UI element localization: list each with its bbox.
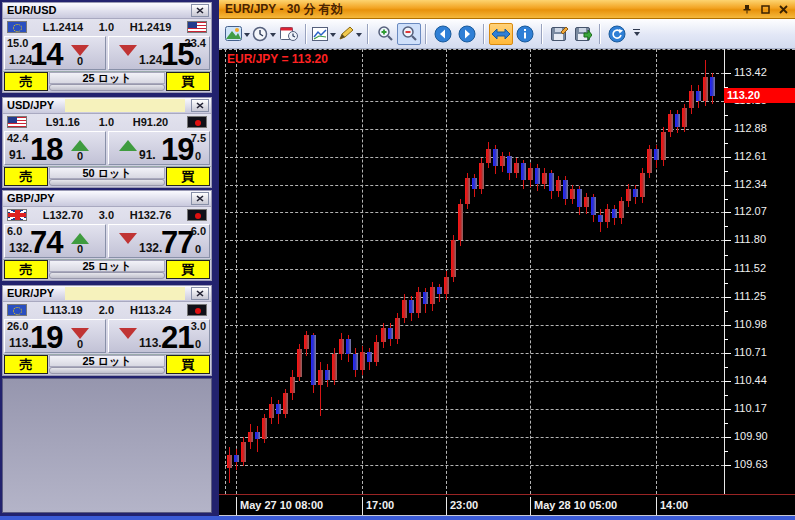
price-minor-tick [724,311,728,312]
chart-titlebar[interactable]: EUR/JPY - 30 分 有効 [219,0,795,19]
low-label: L1.2414 [43,21,83,33]
ask-big-digits: 21 [161,322,193,353]
bid-price-panel[interactable]: 6.0 132. 74 0 [4,224,106,258]
info-icon[interactable] [513,23,537,45]
candle [577,189,582,208]
ask-sub: 0 [195,243,201,255]
candle [395,318,400,339]
bid-change: 42.4 [7,132,28,144]
buy-button[interactable]: 買 [166,167,210,186]
empty-dock-area [2,378,212,513]
candle [367,352,372,362]
ask-price-panel[interactable]: 132. 77 6.0 0 [108,224,210,258]
time-gridline [236,49,237,494]
lot-size-field[interactable]: 25 ロット [49,355,165,367]
buy-button[interactable]: 買 [166,72,210,91]
candle [437,287,442,294]
lot-slider[interactable] [49,272,165,279]
timeframe-clock-icon[interactable] [251,23,277,45]
price-tick-label: 111.52 [734,262,766,274]
price-gridline [225,240,724,241]
candle [703,77,708,101]
chart-style-icon[interactable] [224,23,251,45]
maximize-icon[interactable] [757,2,773,16]
ask-change: 23.4 [185,37,206,49]
chart-legend: EUR/JPY = 113.20 [227,52,328,66]
toolbar-separator [483,24,485,44]
close-icon[interactable] [191,287,209,300]
bid-price-panel[interactable]: 42.4 91. 18 0 [4,131,106,165]
pin-icon[interactable] [739,2,755,16]
quote-currency-flag-icon [187,304,207,316]
candle [521,163,526,181]
bid-prefix: 132. [9,241,32,255]
lot-size-field[interactable]: 50 ロット [49,167,165,179]
price-gridline [225,409,724,410]
zoom-in-icon[interactable] [373,23,397,45]
price-gridline [225,325,724,326]
forward-icon[interactable] [455,23,479,45]
candle [514,163,519,173]
toolbar-overflow-icon[interactable] [633,29,640,39]
lot-size-field[interactable]: 25 ロット [49,260,165,272]
zoom-out-icon[interactable] [397,23,421,45]
candle [626,189,631,201]
buy-button[interactable]: 買 [166,355,210,374]
low-label: L113.19 [43,304,83,316]
lot-slider[interactable] [49,367,165,374]
back-icon[interactable] [431,23,455,45]
fit-width-icon[interactable] [489,23,513,45]
candle [332,354,337,380]
quote-panel-titlebar[interactable]: GBP/JPY [3,191,211,207]
quote-info-row: L113.19 2.0 H113.24 [3,302,211,318]
lot-size-field[interactable]: 25 ロット [49,72,165,84]
time-tick-label: May 27 10 08:00 [240,499,323,511]
sell-button[interactable]: 売 [4,167,48,186]
close-icon[interactable] [191,99,209,112]
ask-direction-arrow-icon [119,140,137,151]
quote-currency-flag-icon [187,209,207,221]
ask-price-panel[interactable]: 113. 21 3.0 0 [108,319,210,353]
dropdown-arrow-icon [356,33,362,40]
quote-panel-titlebar[interactable]: USD/JPY [3,98,211,114]
sell-button[interactable]: 売 [4,260,48,279]
lot-slider[interactable] [49,179,165,186]
candle [584,197,589,207]
ask-price-panel[interactable]: 91. 19 7.5 0 [108,131,210,165]
price-tick-label: 113.42 [734,66,767,78]
ask-price-panel[interactable]: 1.24 15 23.4 0 [108,36,210,70]
bid-price-panel[interactable]: 15.0 1.24 14 0 [4,36,106,70]
save-icon[interactable] [547,23,571,45]
candle [269,404,274,418]
buy-button[interactable]: 買 [166,260,210,279]
order-row: 売 25 ロット 買 [3,355,211,375]
sell-button[interactable]: 売 [4,355,48,374]
low-label: L91.16 [46,116,80,128]
period-settings-icon[interactable] [277,23,301,45]
candle [675,114,680,126]
export-icon[interactable] [571,23,595,45]
time-tick-label: 17:00 [366,499,394,511]
ask-direction-arrow-icon [119,45,137,56]
close-icon[interactable] [191,4,209,17]
spread-label: 1.0 [99,116,114,128]
quote-panel-titlebar[interactable]: EUR/JPY [3,286,211,302]
sell-button[interactable]: 売 [4,72,48,91]
price-gridline [225,269,724,270]
lot-slider[interactable] [49,84,165,91]
refresh-icon[interactable] [605,23,629,45]
price-minor-tick [724,395,728,396]
candle [276,404,281,414]
order-row: 売 25 ロット 買 [3,72,211,92]
chart-plot-area[interactable]: EUR/JPY = 113.20 113.20 113.42113.15112.… [219,49,795,494]
indicators-chart-icon[interactable] [311,23,337,45]
quote-panel-titlebar[interactable]: EUR/USD [3,3,211,19]
bid-price-panel[interactable]: 26.0 113. 19 0 [4,319,106,353]
close-icon[interactable] [191,192,209,205]
close-icon[interactable] [775,2,791,16]
ask-prefix: 1.24 [139,53,162,67]
draw-tools-icon[interactable] [337,23,363,45]
price-tick-label: 112.61 [734,150,767,162]
candle-wick [257,426,258,452]
chart-toolbar [219,19,795,49]
